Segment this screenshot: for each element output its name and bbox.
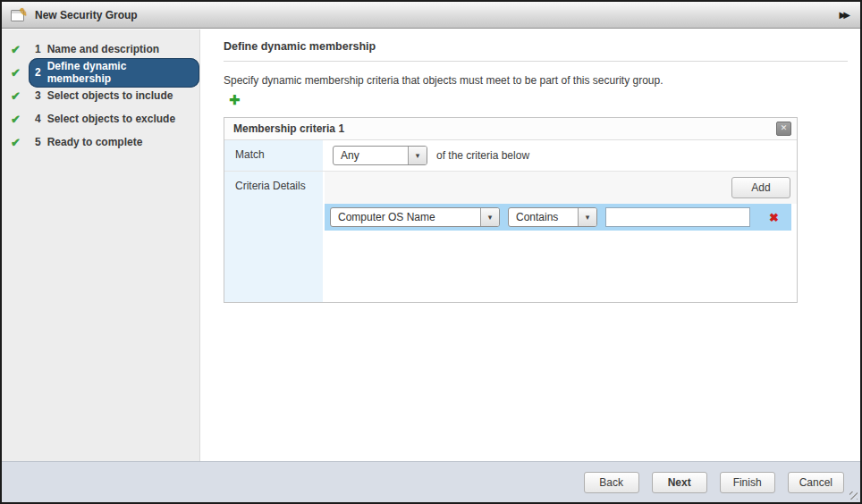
edit-window-icon: ✎ [11,8,27,21]
pencil-icon: ✎ [18,5,29,19]
chevron-down-icon: ▾ [480,208,499,226]
close-icon[interactable]: ✕ [776,122,791,136]
check-icon: ✔ [11,89,29,103]
chevron-down-icon: ▾ [578,208,596,226]
expand-double-arrow-icon[interactable]: ▶▶ [840,10,851,20]
criteria-operator-value: Contains [509,208,578,226]
match-label: Match [224,140,325,171]
membership-criteria-panel: Membership criteria 1 ✕ Match Any ▾ of t… [224,117,798,303]
step-label: Name and description [47,43,159,55]
criteria-key-value: Computer OS Name [331,208,480,226]
resize-grip[interactable] [849,491,858,500]
match-dropdown-value: Any [334,147,408,164]
step-number: 1 [35,43,41,55]
step-define-dynamic-membership[interactable]: ✔ 2 Define dynamic membership [2,61,199,84]
page-description: Specify dynamic membership criteria that… [224,74,848,87]
add-criteria-plus-icon[interactable]: ✚ [229,92,241,108]
step-number: 3 [35,89,41,102]
step-select-objects-to-include[interactable]: ✔ 3 Select objects to include [2,84,199,107]
new-security-group-dialog: ✎ New Security Group ▶▶ ✔ 1 Name and des… [0,0,862,504]
page-title: Define dynamic membership [224,40,848,53]
criteria-operator-dropdown[interactable]: Contains ▾ [508,207,597,227]
wizard-footer: Back Next Finish Cancel [2,461,860,502]
criteria-details-row: Criteria Details Add Computer OS Name ▾ … [224,172,797,302]
step-ready-to-complete[interactable]: ✔ 5 Ready to complete [2,130,199,154]
step-label: Define dynamic membership [47,60,191,85]
wizard-steps-sidebar: ✔ 1 Name and description ✔ 2 Define dyna… [2,29,200,461]
step-label: Ready to complete [47,136,143,148]
cancel-button[interactable]: Cancel [788,472,844,493]
finish-button[interactable]: Finish [720,472,775,493]
criteria-key-dropdown[interactable]: Computer OS Name ▾ [330,207,500,227]
next-button[interactable]: Next [652,472,707,493]
chevron-down-icon: ▾ [408,147,427,164]
criteria-value-input[interactable] [605,207,750,227]
step-label: Select objects to exclude [47,113,175,125]
match-row: Match Any ▾ of the criteria below [224,140,797,172]
step-label: Select objects to include [47,89,173,102]
step-select-objects-to-exclude[interactable]: ✔ 4 Select objects to exclude [2,107,199,130]
panel-title: Membership criteria 1 [233,122,344,135]
window-title: New Security Group [35,9,138,21]
title-bar: ✎ New Security Group ▶▶ [2,2,860,29]
step-number: 2 [35,66,41,79]
criteria-details-label: Criteria Details [224,172,325,302]
back-button[interactable]: Back [584,472,639,493]
wizard-content: Define dynamic membership Specify dynami… [201,29,860,461]
check-icon: ✔ [11,43,29,56]
heading-divider [224,61,848,62]
match-suffix-text: of the criteria below [436,149,529,162]
step-number: 4 [35,113,41,125]
add-strip: Add [325,172,797,204]
add-button[interactable]: Add [731,177,790,198]
check-icon: ✔ [11,66,29,80]
step-number: 5 [35,136,41,148]
panel-header: Membership criteria 1 ✕ [224,118,797,140]
match-dropdown[interactable]: Any ▾ [333,146,427,165]
delete-criteria-icon[interactable]: ✖ [769,211,779,224]
check-icon: ✔ [11,113,29,126]
check-icon: ✔ [11,136,29,149]
criteria-row[interactable]: Computer OS Name ▾ Contains ▾ ✖ [325,204,791,231]
